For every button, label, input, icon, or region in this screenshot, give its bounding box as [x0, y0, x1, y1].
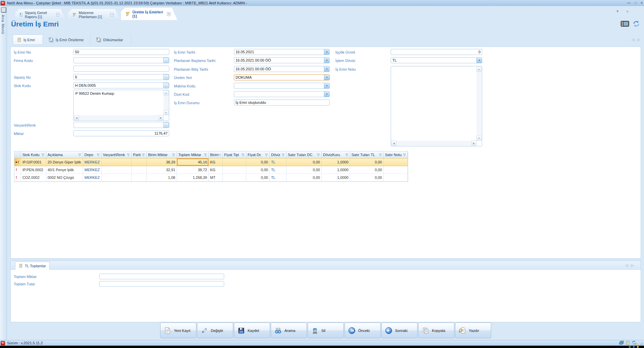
cell-satir-notu[interactable] — [384, 174, 408, 181]
column-header-satir-notu[interactable]: Satır Notu — [384, 151, 408, 158]
column-header-doviz[interactable]: Döviz — [270, 151, 286, 158]
column-header-birim[interactable]: Birim — [209, 151, 223, 158]
column-header-depo[interactable]: Depo — [83, 151, 102, 158]
tabstrip-close-icon[interactable]: × — [626, 9, 629, 14]
column-header-dovizkuru[interactable]: DövizKuru — [322, 151, 350, 158]
scroll-down-icon[interactable]: ▼ — [164, 110, 169, 115]
cell-aciklama[interactable]: 40/1 Penye İplik — [46, 166, 83, 173]
cell-fiyat-tipi[interactable] — [223, 158, 246, 166]
is-emri-no-input[interactable] — [73, 49, 169, 55]
cell-dovizkuru[interactable]: 1,0000 — [322, 166, 350, 173]
dropdown-arrow-icon[interactable]: ▼ — [476, 58, 482, 63]
filter-icon[interactable] — [96, 153, 100, 156]
cell-birim-miktar[interactable]: 1,08 — [147, 174, 177, 181]
dropdown-arrow-icon[interactable]: ▼ — [324, 91, 329, 97]
subtab-nav-right-icon[interactable]: ▷ — [637, 38, 640, 42]
totals-nav-right-icon[interactable]: ▷ — [631, 263, 634, 268]
column-header-varyant-renk[interactable]: Varyant\Renk — [102, 151, 132, 158]
tab-close-icon[interactable]: × — [167, 12, 171, 16]
tab-siparis-genel-raporu[interactable]: Sipariş Genel Raporu [1] × — [15, 9, 66, 20]
tab-close-icon[interactable]: × — [56, 13, 59, 17]
cell-toplam-miktar[interactable]: 1.268,39 — [177, 174, 209, 181]
vertical-scrollbar[interactable]: ▲ ▼ — [164, 90, 169, 115]
filter-icon[interactable] — [241, 153, 245, 156]
scroll-up-icon[interactable]: ▲ — [476, 67, 481, 72]
column-header-satir-tutari-tl[interactable]: Satır Tutarı TL — [350, 151, 384, 158]
cell-satir-tutari-dc[interactable]: 0,00 — [286, 174, 322, 181]
column-header-aciklama[interactable]: Açıklama — [46, 151, 83, 158]
row-selector[interactable]: ! — [14, 174, 21, 181]
islem-dovizi-combo[interactable]: TL ▼ — [391, 57, 482, 63]
table-row[interactable]: ! COZ.0002 0002 NO Çözgü MERKEZ 1,08 1.2… — [14, 174, 408, 182]
degistir-button[interactable]: Değiştir — [197, 323, 233, 338]
yazdir-button[interactable]: Yazdır — [455, 323, 491, 338]
refresh-icon[interactable] — [633, 20, 640, 27]
scroll-right-icon[interactable]: ▶ — [471, 141, 476, 146]
cell-doviz[interactable]: TL — [270, 158, 286, 166]
scroll-left-icon[interactable]: ◀ — [74, 115, 79, 120]
scroll-up-icon[interactable]: ▲ — [164, 90, 169, 95]
column-header-fiyat-tipi[interactable]: Fiyat Tipi — [223, 151, 246, 158]
cell-parti[interactable] — [132, 174, 147, 181]
filter-icon[interactable] — [345, 153, 348, 156]
tab-malzeme-planlamasi[interactable]: Malzeme Planlaması [1] × — [68, 9, 120, 20]
cell-doviz[interactable]: TL — [270, 174, 286, 181]
is-emri-tarihi-combo[interactable]: 16.05.2021 ▼ — [234, 49, 330, 55]
cell-fiyat-tipi[interactable] — [223, 174, 246, 181]
sonraki-button[interactable]: Sonraki — [381, 323, 417, 338]
filter-icon[interactable] — [317, 153, 320, 156]
onceki-button[interactable]: Önceki — [344, 323, 381, 338]
cell-satir-tutari-tl[interactable]: 0,00 — [350, 174, 384, 181]
dropdown-arrow-icon[interactable]: ▼ — [324, 83, 329, 88]
siparis-no-input[interactable] — [73, 74, 169, 80]
cell-birim[interactable]: KG — [209, 166, 223, 173]
toplam-miktar-input[interactable] — [99, 274, 224, 279]
subtab-dokumanlar[interactable]: Dökümanlar — [92, 34, 131, 45]
filter-icon[interactable] — [127, 153, 130, 156]
tab-tl-toplamlar[interactable]: TL Toplamlar — [15, 262, 50, 270]
column-header-parti[interactable]: Parti — [132, 151, 147, 158]
cell-parti[interactable] — [132, 166, 147, 173]
minimize-button[interactable]: — — [627, 1, 631, 5]
filter-icon[interactable] — [281, 153, 285, 156]
cell-dovizkuru[interactable]: 1,0000 — [322, 158, 350, 166]
column-header-toplam-miktar[interactable]: Toplam Miktar — [177, 151, 209, 158]
filter-icon[interactable] — [265, 153, 268, 156]
filter-icon[interactable] — [41, 153, 45, 156]
table-row[interactable]: ▶! IP.GIP.0001 20 Denye Giper İplik MERK… — [14, 158, 408, 166]
stok-kodu-input[interactable] — [73, 82, 169, 88]
windows-stack-icon[interactable] — [619, 341, 624, 345]
subtab-is-emri-onizleme[interactable]: İş Emri Önizleme — [44, 34, 90, 45]
filter-icon[interactable] — [142, 153, 145, 156]
filter-icon[interactable] — [403, 153, 406, 156]
resize-grip[interactable] — [640, 342, 643, 345]
cell-satir-tutari-tl[interactable]: 0,00 — [350, 166, 384, 173]
ozel-kod-combo[interactable]: ▼ — [234, 91, 330, 97]
firma-adi-input[interactable] — [73, 66, 169, 72]
scroll-left-icon[interactable]: ◀ — [391, 141, 396, 146]
row-selector[interactable]: ! — [14, 166, 21, 173]
vertical-scrollbar[interactable]: ▲ ▼ — [476, 67, 481, 141]
filter-icon[interactable] — [218, 153, 221, 156]
column-header-birim-miktar[interactable]: Birim Miktar — [147, 151, 177, 158]
siparis-no-lookup-button[interactable]: … — [163, 74, 169, 80]
makina-kodu-combo[interactable]: ▼ — [234, 83, 330, 89]
toplam-tutar-input[interactable] — [99, 281, 224, 287]
yeni-kayit-button[interactable]: Yeni Kayıt — [160, 323, 196, 338]
arama-button[interactable]: Arama — [271, 323, 307, 338]
cell-varyant-renk[interactable] — [102, 174, 132, 181]
filter-icon[interactable] — [379, 153, 382, 156]
cell-satir-tutari-dc[interactable]: 0,00 — [286, 166, 322, 173]
stok-aciklama-textarea[interactable]: P 99522 Denim Kumaşı ▲ ▼ ◀ ▶ — [73, 90, 169, 121]
cell-satir-notu[interactable] — [384, 158, 408, 166]
media-panel-icon[interactable] — [621, 21, 629, 27]
tab-list-chevron-icon[interactable]: ▼ — [616, 9, 619, 13]
cell-dovizkuru[interactable]: 1,0000 — [322, 174, 350, 181]
iscilik-ucreti-input[interactable] — [391, 49, 482, 55]
restore-button[interactable]: □ — [635, 1, 637, 5]
dropdown-arrow-icon[interactable]: ▼ — [324, 58, 329, 63]
column-header-satir-tutari-dc[interactable]: Satır Tutarı DC — [286, 151, 322, 158]
cell-fiyat-dc[interactable]: 0,00 — [246, 174, 270, 181]
sil-button[interactable]: Sil — [308, 323, 344, 338]
cell-fiyat-tipi[interactable] — [223, 166, 246, 173]
